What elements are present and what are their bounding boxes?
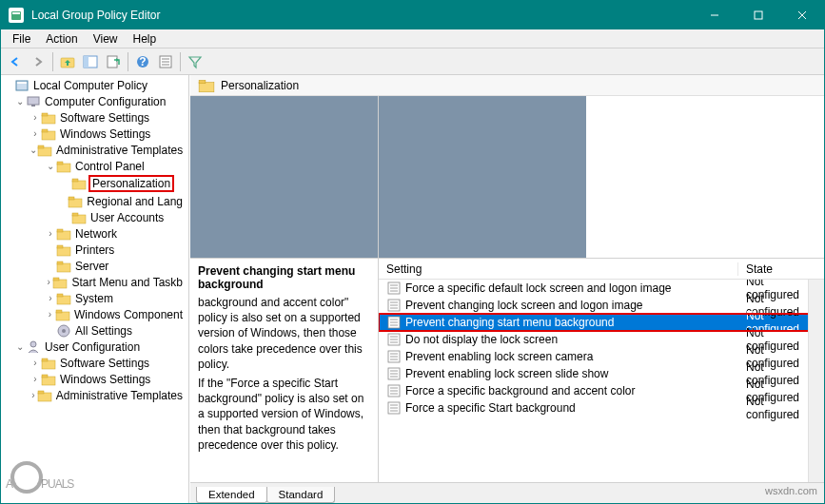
svg-rect-50 (42, 359, 48, 361)
list-body[interactable]: Force a specific default lock screen and… (379, 280, 824, 482)
tree-uc-admin[interactable]: ›Administrative Templates (1, 387, 188, 403)
tree-uc-software[interactable]: ›Software Settings (1, 355, 188, 371)
menu-help[interactable]: Help (126, 30, 165, 48)
svg-rect-22 (42, 131, 55, 140)
tree-pane[interactable]: ▸Local Computer Policy ⌄Computer Configu… (1, 75, 189, 503)
close-button[interactable] (780, 1, 824, 29)
body-area: ▸Local Computer Policy ⌄Computer Configu… (1, 75, 824, 503)
svg-rect-27 (57, 162, 63, 165)
tree-control-panel[interactable]: ⌄Control Panel (1, 158, 188, 174)
svg-rect-23 (42, 129, 48, 132)
tree-user-config[interactable]: ⌄User Configuration (1, 339, 188, 355)
window-title: Local Group Policy Editor (31, 9, 693, 22)
up-button[interactable] (57, 51, 78, 72)
svg-rect-39 (57, 262, 63, 264)
menubar: File Action View Help (1, 29, 824, 48)
svg-rect-56 (199, 80, 206, 83)
properties-button[interactable] (155, 51, 176, 72)
tree-printers[interactable]: ›Printers (1, 242, 188, 258)
tree-computer-config[interactable]: ⌄Computer Configuration (1, 93, 188, 109)
tree-server[interactable]: ›Server (1, 258, 188, 274)
toolbar: ? (1, 48, 824, 75)
column-setting[interactable]: Setting (379, 262, 738, 276)
svg-rect-51 (42, 377, 55, 385)
toolbar-separator (180, 52, 181, 71)
svg-rect-26 (57, 164, 70, 172)
export-button[interactable] (103, 51, 124, 72)
svg-rect-33 (72, 213, 78, 216)
setting-title: Prevent changing start menu background (198, 264, 370, 291)
tree-system[interactable]: ›System (1, 290, 188, 306)
setting-label: Prevent changing lock screen and logon i… (405, 299, 738, 312)
svg-rect-31 (69, 197, 74, 200)
menu-action[interactable]: Action (38, 30, 85, 48)
setting-label: Force a specific Start background (405, 401, 738, 415)
tree-root[interactable]: ▸Local Computer Policy (1, 77, 188, 93)
tree-personalization[interactable]: ›Personalization (1, 174, 188, 193)
setting-label: Do not display the lock screen (405, 333, 738, 346)
tree-all-settings[interactable]: ›All Settings (1, 322, 188, 339)
column-state[interactable]: State (738, 262, 824, 276)
toolbar-separator (128, 52, 128, 71)
tree-start-menu[interactable]: ›Start Menu and Taskb (1, 274, 188, 290)
description-column: Prevent changing start menu background b… (190, 259, 379, 482)
svg-rect-18 (28, 97, 39, 105)
svg-rect-9 (108, 56, 117, 68)
list-header: Setting State (379, 259, 824, 280)
setting-icon (386, 281, 402, 296)
right-pane: Personalization Prevent changing start m… (189, 75, 824, 503)
svg-rect-35 (57, 229, 63, 232)
tree-uc-windows[interactable]: ›Windows Settings (1, 371, 188, 387)
tab-extended[interactable]: Extended (196, 487, 267, 503)
svg-rect-36 (57, 247, 70, 256)
list-row[interactable]: Force a specific Start backgroundNot con… (379, 399, 824, 417)
help-button[interactable]: ? (132, 51, 153, 72)
description-paragraph: If the "Force a specific Start backgroun… (198, 376, 370, 453)
tree-network[interactable]: ›Network (1, 225, 188, 242)
settings-list: Setting State Force a specific default l… (379, 259, 824, 482)
svg-rect-32 (72, 215, 86, 223)
svg-rect-29 (72, 179, 78, 182)
tree-cc-admin[interactable]: ⌄Administrative Templates (1, 142, 188, 158)
svg-rect-49 (42, 360, 55, 369)
svg-rect-1 (12, 12, 20, 14)
show-hide-tree-button[interactable] (80, 51, 101, 72)
minimize-button[interactable] (693, 1, 737, 29)
tree-cc-software[interactable]: ›Software Settings (1, 109, 188, 126)
description-paragraph: background and accent color" policy is a… (198, 295, 370, 372)
setting-icon (386, 366, 402, 381)
svg-rect-54 (38, 391, 44, 394)
vertical-scrollbar[interactable] (808, 280, 824, 482)
back-button[interactable] (5, 51, 26, 72)
svg-rect-38 (57, 263, 70, 272)
tab-standard[interactable]: Standard (266, 487, 336, 503)
toolbar-separator (52, 52, 53, 71)
tree-cc-windows[interactable]: ›Windows Settings (1, 126, 188, 142)
svg-rect-44 (56, 312, 69, 320)
view-tabs: Extended Standard (190, 482, 824, 503)
setting-icon (386, 298, 402, 313)
setting-icon (386, 383, 402, 398)
forward-button[interactable] (28, 51, 49, 72)
setting-label: Prevent enabling lock screen camera (405, 350, 738, 363)
tree-win-components[interactable]: ›Windows Component (1, 306, 188, 322)
menu-view[interactable]: View (86, 30, 126, 48)
svg-rect-52 (42, 375, 48, 378)
tree-user-accounts[interactable]: ›User Accounts (1, 209, 188, 225)
content-header: Personalization (190, 75, 824, 96)
content-title: Personalization (221, 79, 299, 92)
svg-rect-19 (31, 105, 35, 107)
svg-point-48 (30, 341, 36, 347)
setting-icon (386, 400, 402, 416)
svg-rect-21 (42, 113, 48, 116)
setting-icon (386, 315, 402, 330)
maximize-button[interactable] (737, 1, 780, 29)
filter-button[interactable] (185, 51, 206, 72)
svg-rect-53 (38, 393, 51, 401)
menu-file[interactable]: File (5, 30, 38, 48)
titlebar[interactable]: Local Group Policy Editor (1, 1, 824, 29)
svg-rect-45 (56, 310, 62, 313)
svg-rect-24 (38, 147, 51, 156)
svg-rect-25 (38, 145, 44, 148)
tree-regional[interactable]: ›Regional and Lang (1, 193, 188, 209)
